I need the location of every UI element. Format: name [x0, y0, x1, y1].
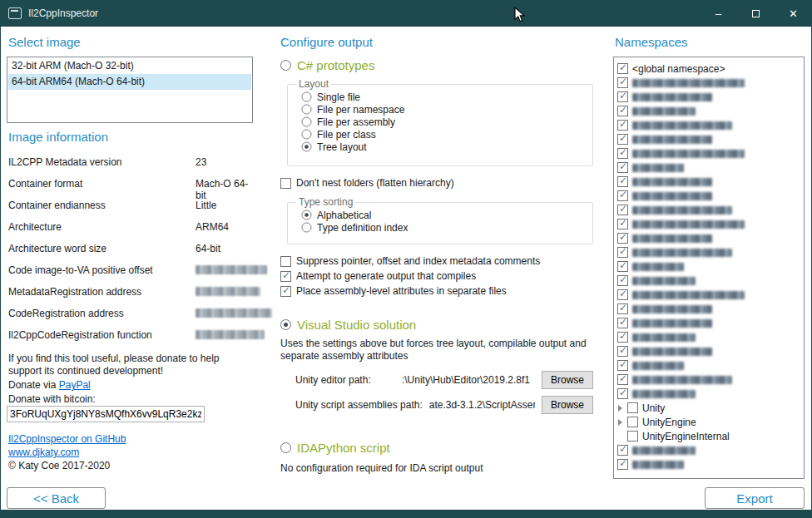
layout-option[interactable]: Tree layout	[301, 141, 586, 153]
namespace-checkbox[interactable]	[617, 63, 628, 74]
radio-icon[interactable]	[302, 142, 312, 152]
namespace-checkbox[interactable]	[627, 431, 638, 442]
namespace-checkbox[interactable]	[617, 77, 628, 88]
namespaces-box[interactable]: <global namespace>	[613, 57, 805, 479]
ida-option-label[interactable]: IDAPython script	[297, 441, 390, 455]
namespace-checkbox[interactable]	[617, 205, 628, 215]
namespace-checkbox[interactable]	[617, 176, 628, 187]
github-link[interactable]: Il2CppInspector on GitHub	[8, 433, 126, 445]
expander-icon[interactable]	[618, 419, 622, 426]
namespace-item[interactable]	[617, 330, 800, 344]
namespace-item[interactable]	[617, 274, 800, 288]
suppress-comments-checkbox-row[interactable]: Suppress pointer, offset and index metad…	[280, 254, 540, 268]
namespace-checkbox[interactable]	[617, 346, 628, 357]
radio-icon[interactable]	[302, 105, 312, 115]
namespace-item[interactable]	[617, 203, 800, 217]
layout-option[interactable]: File per namespace	[301, 103, 586, 116]
namespace-checkbox[interactable]	[627, 402, 638, 413]
expander-icon[interactable]	[618, 405, 622, 412]
namespace-checkbox[interactable]	[617, 219, 628, 229]
namespace-item[interactable]	[617, 358, 800, 372]
namespace-item[interactable]: UnityEngineInternal	[617, 429, 800, 443]
namespace-item[interactable]	[617, 316, 800, 330]
radio-icon[interactable]	[302, 92, 312, 102]
image-list-item[interactable]: 32-bit ARM (Mach-O 32-bit)	[8, 58, 251, 74]
flatten-hierarchy-checkbox-row[interactable]: Don't nest folders (flatten hierarchy)	[280, 176, 454, 190]
namespace-checkbox[interactable]	[617, 332, 628, 343]
unity-assemblies-path-value[interactable]: ate.3d-3.1.2\ScriptAssemblies	[429, 399, 535, 411]
namespace-item[interactable]	[617, 146, 800, 160]
namespace-item[interactable]	[617, 443, 800, 457]
compilable-output-checkbox-row[interactable]: Attempt to generate output that compiles	[280, 269, 476, 283]
namespace-item[interactable]	[617, 132, 800, 146]
namespace-item[interactable]	[617, 288, 800, 302]
browse-assemblies-button[interactable]: Browse	[542, 396, 593, 414]
namespace-checkbox[interactable]	[617, 360, 628, 371]
assembly-attributes-checkbox-row[interactable]: Place assembly-level attributes in separ…	[280, 284, 507, 298]
namespace-item[interactable]	[617, 344, 800, 358]
namespace-item[interactable]: UnityEngine	[617, 415, 800, 429]
csharp-prototypes-option[interactable]: C# prototypes	[280, 58, 374, 72]
type-sorting-option[interactable]: Type definition index	[301, 221, 586, 234]
namespace-item[interactable]	[617, 387, 800, 401]
csharp-radio-icon[interactable]	[280, 60, 291, 71]
paypal-link[interactable]: PayPal	[59, 379, 91, 391]
layout-option[interactable]: File per class	[301, 128, 586, 141]
vs-option-label[interactable]: Visual Studio solution	[297, 318, 416, 332]
namespace-checkbox[interactable]	[617, 106, 628, 116]
maximize-button[interactable]	[737, 0, 775, 27]
image-list-item[interactable]: 64-bit ARM64 (Mach-O 64-bit)	[8, 74, 251, 90]
namespace-item[interactable]	[617, 302, 800, 316]
namespace-item[interactable]	[617, 189, 800, 203]
namespace-item[interactable]	[617, 245, 800, 259]
namespace-item[interactable]: Unity	[617, 401, 800, 415]
radio-icon[interactable]	[302, 117, 312, 127]
namespace-item[interactable]	[617, 457, 800, 471]
namespace-checkbox[interactable]	[617, 162, 628, 173]
radio-icon[interactable]	[302, 210, 312, 220]
namespace-checkbox[interactable]	[617, 120, 628, 131]
namespace-item[interactable]: <global namespace>	[617, 62, 800, 76]
namespace-item[interactable]	[617, 217, 800, 231]
namespace-checkbox[interactable]	[617, 374, 628, 385]
layout-option[interactable]: Single file	[301, 91, 586, 103]
layout-option[interactable]: File per assembly	[301, 116, 586, 128]
ida-radio-icon[interactable]	[280, 442, 291, 453]
namespace-checkbox[interactable]	[617, 388, 628, 399]
namespace-item[interactable]	[617, 76, 800, 90]
namespace-checkbox[interactable]	[617, 445, 628, 456]
namespace-checkbox[interactable]	[617, 190, 628, 201]
export-button[interactable]: Export	[705, 487, 805, 509]
namespace-item[interactable]	[617, 104, 800, 118]
namespace-checkbox[interactable]	[617, 318, 628, 328]
namespace-checkbox[interactable]	[617, 261, 628, 272]
visual-studio-solution-option[interactable]: Visual Studio solution	[280, 318, 416, 332]
back-button[interactable]: << Back	[7, 487, 106, 509]
namespace-checkbox[interactable]	[617, 91, 628, 102]
namespace-checkbox[interactable]	[617, 134, 628, 145]
radio-icon[interactable]	[302, 130, 312, 140]
namespace-item[interactable]	[617, 372, 800, 387]
vs-radio-icon[interactable]	[280, 319, 291, 330]
unity-editor-path-value[interactable]: :\Unity\Hub\Editor\2019.2.8f1	[378, 374, 535, 386]
minimize-button[interactable]: –	[700, 0, 737, 27]
namespace-checkbox[interactable]	[617, 233, 628, 244]
suppress-checkbox-icon[interactable]	[280, 256, 291, 267]
namespace-checkbox[interactable]	[617, 303, 628, 314]
namespace-checkbox[interactable]	[617, 459, 628, 470]
namespace-item[interactable]	[617, 118, 800, 132]
assembly-attributes-checkbox-icon[interactable]	[280, 286, 291, 297]
namespace-item[interactable]	[617, 160, 800, 175]
close-button[interactable]: ✕	[775, 0, 812, 27]
namespace-item[interactable]	[617, 259, 800, 274]
bitcoin-address-input[interactable]	[7, 406, 205, 422]
namespace-checkbox[interactable]	[617, 289, 628, 300]
csharp-option-label[interactable]: C# prototypes	[297, 58, 374, 72]
image-list[interactable]: 32-bit ARM (Mach-O 32-bit) 64-bit ARM64 …	[7, 57, 253, 123]
compilable-checkbox-icon[interactable]	[280, 271, 291, 282]
namespace-checkbox[interactable]	[627, 417, 638, 427]
namespace-item[interactable]	[617, 231, 800, 245]
idapython-script-option[interactable]: IDAPython script	[280, 441, 390, 455]
flatten-checkbox-icon[interactable]	[280, 178, 291, 189]
namespace-item[interactable]	[617, 90, 800, 104]
